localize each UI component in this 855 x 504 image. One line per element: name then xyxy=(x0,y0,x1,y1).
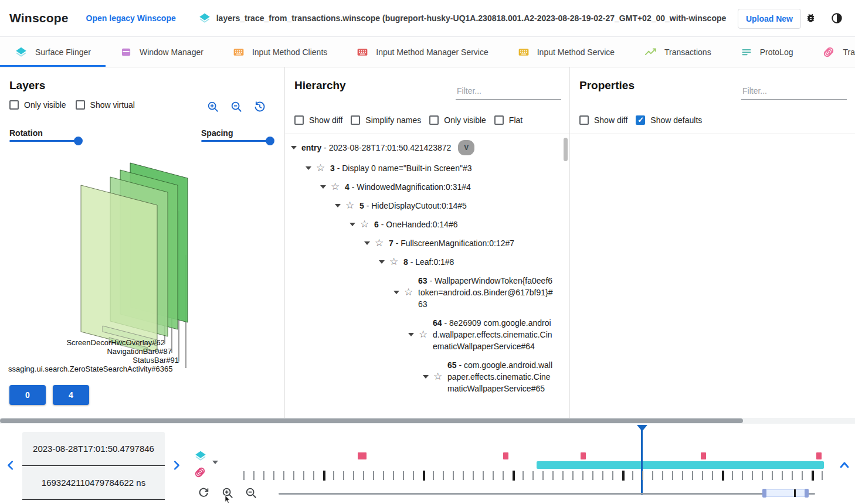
ruler-tick xyxy=(383,471,384,480)
range-slider-selection[interactable] xyxy=(764,489,809,497)
pin-star-icon[interactable]: ☆ xyxy=(404,288,413,297)
checkbox-only-visible[interactable]: Only visible xyxy=(9,100,66,110)
dark-mode-toggle-icon[interactable] xyxy=(830,12,843,25)
pin-star-icon[interactable]: ☆ xyxy=(345,201,355,210)
timeline-cursor-line[interactable] xyxy=(641,426,643,495)
spacing-slider[interactable] xyxy=(201,136,273,146)
collapse-toggle-icon[interactable] xyxy=(423,375,429,379)
timeline-zoom-in-icon[interactable] xyxy=(221,486,234,499)
checkbox-show-virtual[interactable]: Show virtual xyxy=(76,100,135,110)
pin-star-icon[interactable]: ☆ xyxy=(389,257,399,267)
properties-filter-input[interactable] xyxy=(741,85,847,100)
pin-star-icon[interactable]: ☆ xyxy=(419,330,428,339)
tab-input-method-clients[interactable]: Input Method Clients xyxy=(218,37,342,67)
pin-star-icon[interactable]: ☆ xyxy=(433,372,443,382)
layer-label: ssaging.ui.search.ZeroStateSearchActivit… xyxy=(8,365,172,373)
ruler-tick xyxy=(692,471,693,480)
range-slider-handle[interactable] xyxy=(805,489,809,498)
keyboard-icon xyxy=(518,46,530,58)
trace-selector-caret-icon[interactable] xyxy=(212,461,218,464)
restore-view-icon[interactable] xyxy=(253,100,266,113)
bug-report-icon[interactable] xyxy=(805,12,816,23)
tree-scrollbar[interactable] xyxy=(564,138,568,161)
tab-transactions[interactable]: Transactions xyxy=(629,37,726,67)
layers-3d-view[interactable] xyxy=(0,147,285,370)
range-slider-track[interactable] xyxy=(279,493,815,495)
ns-time-input[interactable]: 1693242110479784622 ns xyxy=(22,466,165,500)
checkbox-simplify-names[interactable]: Simplify names xyxy=(351,115,421,125)
collapse-toggle-icon[interactable] xyxy=(306,166,311,170)
slider-thumb[interactable] xyxy=(266,137,274,145)
zoom-out-icon[interactable] xyxy=(230,100,243,113)
horizontal-scrollbar-track xyxy=(0,418,855,424)
collapse-toggle-icon[interactable] xyxy=(408,333,414,336)
tree-node-8[interactable]: ☆8 - Leaf:0:1#8 xyxy=(285,253,570,271)
loaded-trace-file: layers_trace_from_transactions.winscope … xyxy=(198,12,726,25)
tree-node-65[interactable]: ☆65 - com.google.android.wallpaper.effec… xyxy=(285,356,570,398)
hierarchy-filter-input[interactable] xyxy=(456,85,561,100)
collapse-toggle-icon[interactable] xyxy=(393,291,399,294)
tab-transitions[interactable]: Transitions xyxy=(808,37,855,67)
tab-input-method-manager-service[interactable]: Input Method Manager Service xyxy=(342,37,503,67)
app-title: Winscope xyxy=(9,11,69,25)
checkbox-show-diff[interactable]: Show diff xyxy=(294,115,342,125)
tree-node-label: 63 - WallpaperWindowToken{fa0eef6 token=… xyxy=(418,275,555,310)
rotation-slider[interactable] xyxy=(9,136,81,146)
collapse-toggle-icon[interactable] xyxy=(291,146,297,149)
tree-node-5[interactable]: ☆5 - HideDisplayCutout:0:14#5 xyxy=(285,196,570,215)
collapse-toggle-icon[interactable] xyxy=(350,223,355,226)
transition-marker[interactable] xyxy=(503,452,508,459)
collapse-toggle-icon[interactable] xyxy=(335,204,341,207)
upload-new-button[interactable]: Upload New xyxy=(738,9,801,29)
properties-title: Properties xyxy=(579,79,635,92)
tree-node-4[interactable]: ☆4 - WindowedMagnification:0:31#4 xyxy=(285,178,570,196)
horizontal-scrollbar-thumb[interactable] xyxy=(0,418,743,423)
pin-star-icon[interactable]: ☆ xyxy=(331,182,340,192)
collapse-toggle-icon[interactable] xyxy=(364,241,370,245)
ruler-tick xyxy=(303,471,304,480)
transition-marker[interactable] xyxy=(701,452,706,459)
tree-node-entry[interactable]: entry - 2023-08-28T17:01:50.421423872V xyxy=(285,137,570,159)
checkbox-flat[interactable]: Flat xyxy=(494,115,522,125)
display-0-button[interactable]: 0 xyxy=(9,385,46,405)
surface-flinger-trace-icon[interactable] xyxy=(194,449,207,462)
pin-star-icon[interactable]: ☆ xyxy=(360,220,369,229)
range-slider-handle[interactable] xyxy=(762,489,766,498)
surface-flinger-coverage-bar[interactable] xyxy=(537,461,824,469)
human-time-input[interactable]: 2023-08-28T17:01:50.4797846 xyxy=(22,432,165,466)
tree-node-6[interactable]: ☆6 - OneHanded:0:14#6 xyxy=(285,215,570,234)
tree-node-label: entry - 2023-08-28T17:01:50.421423872 xyxy=(301,142,451,154)
tab-protolog[interactable]: ProtoLog xyxy=(726,37,808,67)
collapse-timeline-icon[interactable] xyxy=(837,458,851,472)
tree-node-7[interactable]: ☆7 - FullscreenMagnification:0:12#7 xyxy=(285,234,570,253)
ruler-tick xyxy=(822,471,823,480)
timeline-track-area[interactable] xyxy=(240,424,830,504)
transition-marker[interactable] xyxy=(816,452,822,459)
pin-star-icon[interactable]: ☆ xyxy=(375,239,384,248)
tree-node-63[interactable]: ☆63 - WallpaperWindowToken{fa0eef6 token… xyxy=(285,271,570,314)
open-legacy-link[interactable]: Open legacy Winscope xyxy=(86,13,176,23)
collapse-toggle-icon[interactable] xyxy=(379,260,385,264)
display-4-button[interactable]: 4 xyxy=(53,385,89,405)
pin-star-icon[interactable]: ☆ xyxy=(316,164,325,173)
refresh-icon[interactable] xyxy=(198,486,209,498)
tree-node-3[interactable]: ☆3 - Display 0 name="Built-in Screen"#3 xyxy=(285,159,570,178)
transitions-trace-icon[interactable] xyxy=(194,466,206,479)
transition-marker[interactable] xyxy=(358,452,367,459)
transition-marker[interactable] xyxy=(581,452,586,459)
slider-thumb[interactable] xyxy=(74,137,83,145)
tree-node-label: 4 - WindowedMagnification:0:31#4 xyxy=(345,181,471,193)
collapse-toggle-icon[interactable] xyxy=(320,185,326,189)
checkbox-only-visible[interactable]: Only visible xyxy=(429,115,486,125)
next-entry-icon[interactable] xyxy=(169,459,182,472)
tab-input-method-service[interactable]: Input Method Service xyxy=(503,37,629,67)
checkbox-show-defaults[interactable]: Show defaults xyxy=(636,115,702,125)
hierarchy-panel: Hierarchy Show diff Simplify names Only … xyxy=(285,67,570,418)
checkbox-show-diff[interactable]: Show diff xyxy=(579,115,627,125)
tree-node-64[interactable]: ☆64 - 8e26909 com.google.android.wallpap… xyxy=(285,314,570,356)
previous-entry-icon[interactable] xyxy=(5,459,18,472)
ruler-tick xyxy=(682,471,683,480)
tab-surface-flinger[interactable]: Surface Flinger xyxy=(0,37,106,67)
tab-window-manager[interactable]: Window Manager xyxy=(106,37,218,67)
zoom-in-icon[interactable] xyxy=(206,100,219,113)
